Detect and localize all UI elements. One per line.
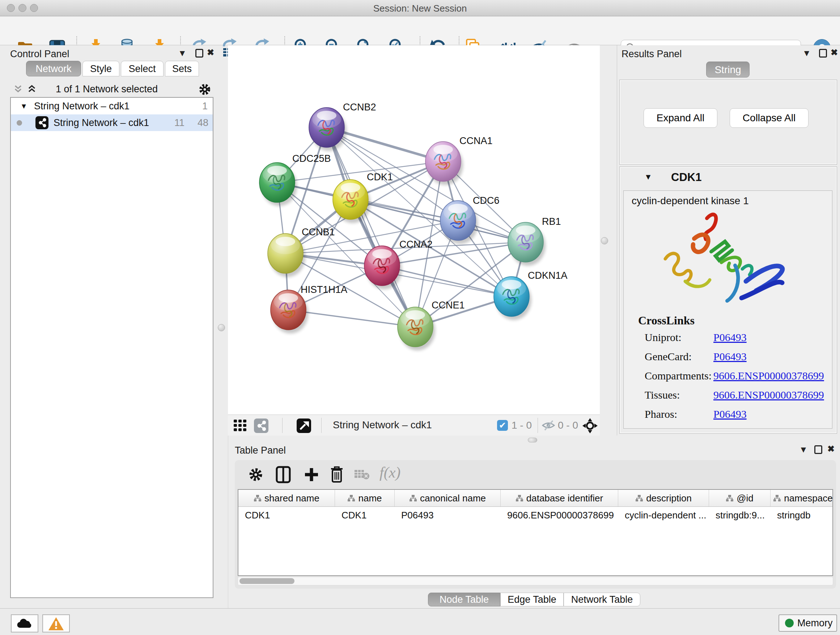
network-selection-status: 1 of 1 Network selected (0, 84, 213, 95)
left-splitter-handle[interactable] (218, 324, 225, 331)
results-panel-title: Results Panel (622, 49, 682, 60)
crosslink-row: Pharos:P06493 (645, 408, 826, 427)
gear-icon[interactable] (248, 467, 264, 483)
network-graph[interactable]: CCNB2CCNA1CDC25BCDK1CDC6RB1CCNB1CCNA2CDK… (228, 45, 600, 415)
network-node-ccnb1[interactable] (268, 233, 305, 277)
expand-collapse-card: Expand All Collapse All (619, 80, 837, 165)
grid-view-icon[interactable] (234, 420, 247, 432)
column-label: database identifier (526, 493, 603, 504)
network-node-ccne1[interactable] (398, 307, 435, 350)
right-splitter-handle[interactable] (601, 237, 608, 244)
column-header-name[interactable]: name (335, 490, 395, 507)
table-cell: stringdb:9... (709, 507, 771, 524)
network-node-ccna1[interactable] (425, 141, 463, 185)
node-details-card: ▼ CDK1 cyclin-dependent kinase 1 (619, 166, 837, 434)
current-network-name: String Network – cdk1 (333, 419, 432, 431)
memory-status-dot (785, 619, 794, 627)
node-label: CCNB1 (302, 226, 335, 238)
table-splitter-handle[interactable] (528, 438, 537, 442)
float-panel-icon[interactable] (819, 49, 827, 57)
network-node-hist1h1a[interactable] (271, 290, 308, 333)
float-panel-icon[interactable] (814, 445, 822, 454)
network-node-cdc25b[interactable] (259, 163, 297, 206)
panel-menu-icon[interactable]: ▼ (802, 48, 811, 58)
column-header-shared-name[interactable]: shared name (238, 490, 335, 507)
tab-node-table[interactable]: Node Table (428, 593, 500, 606)
crosslink-link[interactable]: P06493 (714, 331, 747, 344)
horizontal-scrollbar[interactable] (238, 577, 833, 585)
tab-select[interactable]: Select (121, 61, 164, 76)
column-header-canonical-name[interactable]: canonical name (395, 490, 501, 507)
table-row[interactable]: CDK1CDK1P064939606.ENSP00000378699cyclin… (238, 507, 832, 524)
add-column-icon[interactable] (303, 467, 319, 483)
main-toolbar: ? (0, 17, 840, 45)
delete-column-icon[interactable] (330, 466, 344, 483)
crosslink-link[interactable]: P06493 (714, 350, 747, 363)
network-label: String Network – cdk1 (54, 114, 149, 131)
panel-menu-icon[interactable]: ▼ (799, 445, 808, 455)
node-label: RB1 (542, 216, 561, 227)
table-cell: CDK1 (335, 507, 395, 524)
close-panel-icon[interactable]: ✖ (827, 444, 835, 454)
network-canvas[interactable]: CCNB2CCNA1CDC25BCDK1CDC6RB1CCNB1CCNA2CDK… (228, 45, 600, 415)
table-header-row: shared namenamecanonical namedatabase id… (238, 490, 832, 507)
column-header-@id[interactable]: @id (709, 490, 771, 507)
panel-menu-icon[interactable]: ▼ (178, 48, 187, 58)
warnings-button[interactable] (42, 614, 70, 632)
title-bar: Session: New Session (0, 0, 840, 16)
shared-column-icon (347, 494, 355, 502)
table-panel: Table Panel ▼ ✖ f(x) shared namenamecano… (228, 435, 840, 608)
control-panel-title: Control Panel (10, 49, 69, 60)
float-panel-icon[interactable] (195, 49, 203, 57)
pan-crosshair-icon[interactable] (583, 418, 598, 433)
hidden-eye-icon (542, 420, 555, 431)
scrollbar-thumb[interactable] (240, 578, 294, 584)
network-node-ccna2[interactable] (364, 246, 402, 289)
tab-style[interactable]: Style (82, 61, 119, 76)
tab-sets[interactable]: Sets (165, 61, 199, 76)
network-node-rb1[interactable] (508, 222, 546, 266)
results-panel: Results Panel ▼ ✖ String Expand All Coll… (617, 45, 840, 445)
memory-button[interactable]: Memory (778, 614, 837, 632)
network-current-dot (17, 120, 22, 126)
column-label: shared name (264, 493, 319, 504)
network-node-ccnb2[interactable] (309, 108, 347, 151)
network-node-cdkn1a[interactable] (494, 277, 531, 320)
network-row-selected[interactable]: String Network – cdk1 11 48 (11, 114, 213, 131)
collapse-all-button[interactable]: Collapse All (729, 108, 808, 128)
birds-eye-view-icon[interactable] (297, 418, 311, 433)
close-panel-icon[interactable]: ✖ (831, 48, 838, 57)
function-builder-button: f(x) (379, 464, 401, 481)
toolbar-separator (282, 418, 283, 433)
network-edge[interactable] (327, 127, 415, 327)
column-header-namespace[interactable]: namespace (771, 490, 833, 507)
node-label: CDC25B (292, 153, 331, 164)
collection-count: 1 (202, 98, 208, 114)
gear-icon[interactable] (198, 83, 211, 96)
crosslink-link[interactable]: P06493 (714, 408, 747, 420)
selected-checkbox[interactable]: ✔ (497, 420, 508, 431)
tab-network-table[interactable]: Network Table (564, 593, 640, 606)
shared-column-icon (254, 494, 262, 502)
column-header-database-identifier[interactable]: database identifier (501, 490, 618, 507)
gene-title: CDK1 (671, 171, 701, 184)
shared-column-icon (726, 494, 734, 502)
collection-collapse-icon[interactable]: ▼ (20, 98, 27, 114)
network-node-cdk1[interactable] (333, 180, 370, 223)
column-header-description[interactable]: description (618, 490, 709, 507)
close-panel-icon[interactable]: ✖ (207, 48, 214, 57)
cloud-status-button[interactable] (11, 614, 38, 632)
show-columns-icon[interactable] (275, 466, 291, 483)
network-node-cdc6[interactable] (440, 201, 478, 244)
crosslinks-title: CrossLinks (638, 314, 695, 327)
crosslink-link[interactable]: 9606.ENSP00000378699 (714, 370, 824, 382)
network-collection-row[interactable]: ▼ String Network – cdk1 1 (11, 98, 213, 114)
tab-network[interactable]: Network (26, 61, 81, 76)
tab-string[interactable]: String (706, 62, 750, 78)
gene-header-row[interactable]: ▼ CDK1 (620, 169, 837, 188)
tab-edge-table[interactable]: Edge Table (500, 593, 564, 606)
collapse-gene-icon[interactable]: ▼ (644, 172, 652, 182)
crosslink-link[interactable]: 9606.ENSP00000378699 (714, 389, 824, 401)
expand-all-button[interactable]: Expand All (644, 108, 717, 128)
network-view-icon[interactable] (254, 418, 268, 433)
